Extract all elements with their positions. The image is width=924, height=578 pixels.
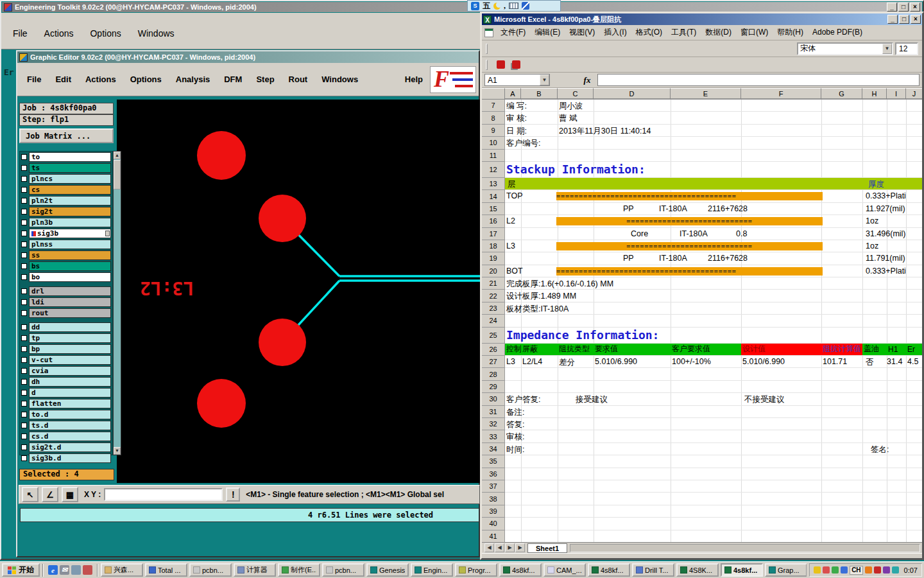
name-box[interactable]: A1 ▼ — [484, 74, 550, 86]
layer-row-cs[interactable]: cs — [20, 184, 112, 195]
punctuation-icon[interactable]: , — [504, 1, 506, 11]
cell[interactable]: 签名: — [871, 444, 889, 455]
cell[interactable]: 曹 斌 — [559, 113, 577, 124]
layer-visibility-checkbox[interactable] — [21, 165, 27, 171]
grid-toggle-icon[interactable]: ▦ — [62, 487, 78, 502]
scrollbar-track[interactable] — [114, 190, 121, 447]
layer-name-label[interactable]: ts.d — [29, 421, 111, 430]
layer-row-cvia[interactable]: cvia — [20, 365, 112, 376]
editor-menu-6[interactable]: Step — [249, 72, 281, 87]
row-header-9[interactable]: 9 — [482, 125, 505, 137]
layer-name-label[interactable]: flatten — [29, 399, 111, 408]
layer-name-label[interactable]: sig3b — [29, 229, 111, 238]
job-matrix-button[interactable]: Job Matrix ... — [19, 128, 114, 143]
column-header-h[interactable]: H — [862, 88, 887, 99]
column-header-a[interactable]: A — [505, 88, 521, 99]
layer-visibility-checkbox[interactable] — [21, 263, 27, 269]
layer-name-label[interactable]: tp — [29, 333, 111, 343]
font-name-select[interactable]: 宋体 ▼ — [797, 42, 893, 55]
graphic-editor-titlebar[interactable]: Graphic Editor 9.02c2 (00@HY-HYCAM-PC037… — [17, 51, 479, 63]
layer-row-d[interactable]: d — [20, 387, 112, 398]
row-header-19[interactable]: 19 — [482, 252, 505, 265]
taskbar-button-8[interactable]: Progr... — [455, 563, 497, 577]
excel-menu-6[interactable]: 数据(D) — [701, 25, 736, 40]
excel-menu-7[interactable]: 窗口(W) — [736, 25, 773, 40]
cell[interactable]: IT-180A — [659, 204, 687, 213]
cell[interactable]: ============================ — [556, 217, 823, 225]
cell[interactable]: PP — [623, 204, 634, 213]
cell[interactable]: 控制 — [505, 344, 521, 355]
layer-visibility-checkbox[interactable] — [21, 335, 27, 341]
cell[interactable]: 2116+7628 — [708, 254, 748, 263]
cell[interactable]: Impedance Information: — [506, 328, 659, 342]
layer-row-to[interactable]: to — [20, 152, 112, 162]
row-header-39[interactable]: 39 — [482, 505, 505, 518]
editor-menu-help[interactable]: Help — [398, 72, 430, 87]
excel-menu-2[interactable]: 视图(V) — [565, 25, 599, 40]
layer-name-label[interactable]: to — [29, 152, 111, 162]
tray-icon-3[interactable] — [832, 566, 839, 574]
toolkit-menu-3[interactable]: Windows — [132, 27, 181, 40]
cell[interactable]: L2/L4 — [522, 357, 542, 366]
cell[interactable]: 设计板厚:1.489 MM — [506, 291, 576, 302]
taskbar-button-14[interactable]: 4s8kf... — [721, 563, 763, 577]
row-header-37[interactable]: 37 — [482, 480, 505, 493]
internet-explorer-icon[interactable]: e — [48, 565, 58, 575]
column-header-b[interactable]: B — [521, 88, 558, 99]
ime-tools-icon[interactable] — [522, 2, 529, 10]
layer-row-bp[interactable]: bp — [20, 344, 112, 355]
row-header-38[interactable]: 38 — [482, 493, 505, 505]
layer-name-label[interactable]: to.d — [29, 410, 111, 419]
cell[interactable]: 周小波 — [559, 101, 583, 112]
font-size-select[interactable]: 12 — [895, 42, 918, 55]
cell[interactable] — [505, 178, 922, 189]
cell[interactable]: 4.5 — [907, 357, 918, 366]
cell[interactable]: ============================ — [556, 242, 823, 250]
cell[interactable]: 0.333+Plati — [866, 267, 906, 276]
scroll-down-icon[interactable]: ▼ — [114, 447, 121, 455]
cell[interactable]: 否 — [866, 357, 874, 368]
pad[interactable] — [259, 195, 306, 242]
layer-visibility-checkbox[interactable] — [21, 368, 27, 374]
taskbar-button-2[interactable]: pcbn... — [189, 563, 232, 577]
row-header-35[interactable]: 35 — [482, 455, 505, 468]
row-header-8[interactable]: 8 — [482, 112, 505, 124]
editor-menu-3[interactable]: Options — [123, 72, 169, 87]
taskbar-button-5[interactable]: pcbn... — [322, 563, 364, 577]
row-header-7[interactable]: 7 — [482, 100, 505, 112]
column-header-c[interactable]: C — [558, 88, 594, 99]
layer-visibility-checkbox[interactable] — [21, 401, 27, 407]
layer-visibility-checkbox[interactable] — [21, 231, 27, 236]
layer-name-label[interactable]: sig3b.d — [29, 453, 111, 463]
cell[interactable]: 31.4 — [887, 357, 902, 366]
layer-visibility-checkbox[interactable] — [21, 241, 27, 247]
cell[interactable]: 编 写: — [506, 101, 527, 112]
layer-name-label[interactable]: dh — [29, 377, 111, 387]
column-header-g[interactable]: G — [821, 88, 862, 99]
cell[interactable]: 11.791(mil) — [866, 254, 905, 263]
taskbar-button-13[interactable]: 4S8K... — [676, 563, 719, 577]
cell[interactable]: 审核: — [506, 432, 524, 442]
row-header-14[interactable]: 14 — [482, 190, 505, 202]
cell[interactable]: IT-180A — [659, 254, 687, 263]
row-header-26[interactable]: 26 — [482, 344, 505, 356]
tray-icon-9[interactable] — [892, 566, 899, 574]
last-sheet-button[interactable]: ▶ — [515, 543, 525, 552]
cell[interactable]: 阻抗类型 — [558, 344, 594, 355]
row-header-18[interactable]: 18 — [482, 240, 505, 252]
editor-menu-1[interactable]: Edit — [48, 72, 78, 87]
close-button[interactable]: × — [911, 15, 921, 24]
tray-icon-1[interactable] — [814, 566, 821, 574]
chevron-down-icon[interactable]: ▼ — [540, 74, 549, 85]
layer-visibility-checkbox[interactable] — [21, 444, 27, 450]
row-header-15[interactable]: 15 — [482, 203, 505, 215]
row-header-12[interactable]: 12 — [482, 162, 505, 178]
layer-visibility-checkbox[interactable] — [21, 390, 27, 396]
select-tool-icon[interactable]: ↖ — [22, 487, 38, 502]
taskbar-button-9[interactable]: 4s8kf... — [499, 563, 542, 577]
layer-row-ts.d[interactable]: ts.d — [20, 420, 112, 431]
layer-visibility-checkbox[interactable] — [21, 324, 27, 330]
toolbar-grip[interactable] — [486, 60, 488, 70]
sheet-tab-sheet1[interactable]: Sheet1 — [527, 543, 567, 553]
taskbar-button-4[interactable]: 制作(E... — [278, 563, 320, 577]
